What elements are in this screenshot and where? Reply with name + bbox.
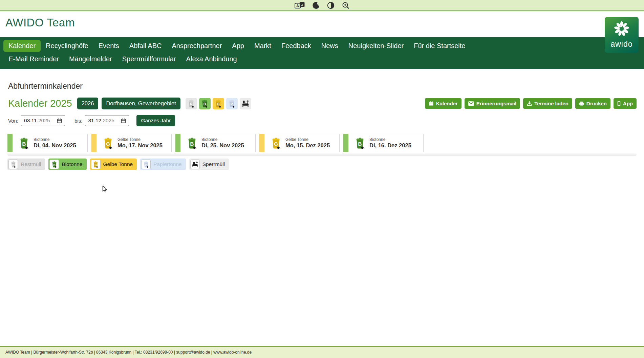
event-date: Di, 04. Nov 2025 bbox=[34, 142, 76, 149]
event-color-bar bbox=[175, 134, 180, 152]
nav-item-recyclinghoefe[interactable]: Recyclinghöfe bbox=[41, 40, 93, 52]
calendar-title: Kalender 2025 bbox=[8, 98, 72, 109]
legend-label: Papiertonne bbox=[151, 161, 185, 167]
action-label: Erinnerungsmail bbox=[476, 101, 516, 106]
nav-item-maengelmelder[interactable]: Mängelmelder bbox=[64, 53, 117, 65]
nav-item-app[interactable]: App bbox=[227, 40, 249, 52]
mail-icon bbox=[468, 101, 474, 106]
district-button[interactable]: Dorfhausen, Gewerbegebiet bbox=[102, 98, 180, 109]
action-label: App bbox=[623, 101, 633, 106]
nav-item-alexa-anbindung[interactable]: Alexa Anbindung bbox=[181, 53, 242, 65]
toggle-restmuell[interactable]: R bbox=[186, 98, 197, 109]
calendar-picker-icon[interactable] bbox=[121, 118, 126, 123]
toggle-gelbe-tonne[interactable]: G bbox=[213, 98, 224, 109]
nav-item-fuer-die-startseite[interactable]: Für die Startseite bbox=[409, 40, 470, 52]
waste-bin-icon: G bbox=[93, 161, 99, 168]
legend-gelbe-tonne[interactable]: G Gelbe Tonne bbox=[90, 159, 137, 170]
site-header: AWIDO Team awido bbox=[0, 11, 644, 37]
svg-text:A: A bbox=[296, 4, 299, 8]
svg-text:G: G bbox=[274, 141, 278, 147]
waste-bin-icon: G bbox=[103, 137, 113, 149]
printer-icon bbox=[579, 101, 584, 106]
site-footer: AWIDO Team | Bürgermeister-Wohlfarth-Str… bbox=[0, 346, 644, 358]
event-card: B Biotonne Di, 16. Dez 2025 bbox=[343, 134, 424, 152]
waste-bin-icon: B bbox=[201, 99, 208, 108]
waste-bin-icon: B bbox=[19, 137, 29, 149]
year-2026-button[interactable]: 2026 bbox=[77, 98, 99, 109]
dark-mode-icon[interactable] bbox=[312, 2, 320, 9]
action-drucken-button[interactable]: Drucken bbox=[575, 98, 610, 109]
svg-text:z: z bbox=[301, 3, 303, 6]
legend-label: Restmüll bbox=[18, 161, 44, 167]
legend-sperrmuell[interactable]: Sperrmüll bbox=[189, 159, 229, 170]
action-kalender-button[interactable]: Kalender bbox=[425, 98, 461, 109]
nav-item-kalender[interactable]: Kalender bbox=[3, 40, 41, 52]
nav-item-feedback[interactable]: Feedback bbox=[276, 40, 316, 52]
toggle-biotonne[interactable]: B bbox=[199, 98, 211, 109]
nav-item-markt[interactable]: Markt bbox=[249, 40, 276, 52]
nav-row-1: KalenderRecyclinghöfeEventsAbfall ABCAns… bbox=[3, 40, 641, 52]
svg-text:G: G bbox=[106, 141, 110, 147]
action-erinnerungsmail-button[interactable]: Erinnerungsmail bbox=[465, 98, 520, 109]
legend-restmuell[interactable]: R Restmüll bbox=[7, 159, 45, 170]
page-title: Abfuhrterminkalender bbox=[8, 82, 644, 91]
nav-item-events[interactable]: Events bbox=[93, 40, 124, 52]
from-label: Von: bbox=[8, 118, 18, 124]
footer-text: AWIDO Team | Bürgermeister-Wohlfarth-Str… bbox=[0, 347, 644, 358]
waste-bin-icon: B bbox=[187, 137, 197, 149]
nav-item-neuigkeiten-slider[interactable]: Neuigkeiten-Slider bbox=[343, 40, 409, 52]
action-app-button[interactable]: App bbox=[614, 98, 637, 109]
event-date: Mo, 17. Nov 2025 bbox=[117, 142, 163, 149]
calendar-picker-icon[interactable] bbox=[57, 118, 62, 123]
action-label: Drucken bbox=[586, 101, 607, 106]
site-title: AWIDO Team bbox=[0, 11, 644, 29]
waste-bin-icon: R bbox=[188, 99, 195, 108]
svg-text:G: G bbox=[94, 163, 97, 167]
awido-logo[interactable]: awido bbox=[605, 17, 639, 53]
legend-papiertonne-icon: P bbox=[141, 160, 151, 169]
event-color-bar bbox=[343, 134, 348, 152]
contrast-icon[interactable] bbox=[327, 2, 335, 9]
nav-row-2: E-Mail ReminderMängelmelderSperrmüllform… bbox=[3, 53, 641, 65]
legend-papiertonne[interactable]: P Papiertonne bbox=[140, 159, 186, 170]
phone-icon bbox=[617, 101, 621, 106]
download-icon bbox=[527, 101, 532, 106]
waste-type-toggles: R B G P bbox=[186, 98, 251, 109]
nav-item-sperrmuellformular[interactable]: Sperrmüllformular bbox=[117, 53, 181, 65]
action-label: Termine laden bbox=[534, 101, 568, 106]
event-card: B Biotonne Di, 25. Nov 2025 bbox=[175, 134, 256, 152]
legend-gelbe-tonne-icon: G bbox=[91, 160, 101, 169]
nav-item-abfall-abc[interactable]: Abfall ABC bbox=[124, 40, 167, 52]
event-type: Biotonne bbox=[201, 137, 244, 142]
action-termine-laden-button[interactable]: Termine laden bbox=[523, 98, 572, 109]
action-label: Kalender bbox=[436, 101, 458, 106]
full-year-button[interactable]: Ganzes Jahr bbox=[136, 115, 175, 126]
from-date-input[interactable]: 03.11.2025 bbox=[21, 115, 65, 126]
to-date-input[interactable]: 31.12.2025 bbox=[85, 115, 129, 126]
event-color-bar bbox=[7, 134, 13, 152]
waste-bin-icon: P bbox=[143, 161, 149, 168]
toggle-sperrmuell[interactable] bbox=[240, 98, 251, 109]
event-type: Biotonne bbox=[369, 137, 411, 142]
event-color-bar bbox=[91, 134, 96, 152]
nav-item-ansprechpartner[interactable]: Ansprechpartner bbox=[167, 40, 227, 52]
main-content: Abfuhrterminkalender Kalender 2025 2026 … bbox=[0, 82, 644, 170]
sofa-icon bbox=[241, 100, 250, 107]
waste-bin-icon: R bbox=[10, 161, 16, 168]
nav-item-e-mail-reminder[interactable]: E-Mail Reminder bbox=[3, 53, 64, 65]
event-card: B Biotonne Di, 04. Nov 2025 bbox=[7, 134, 88, 152]
to-date-value: 31.12.2025 bbox=[88, 118, 114, 124]
translate-icon[interactable]: A z bbox=[295, 2, 305, 9]
svg-text:B: B bbox=[358, 141, 362, 147]
event-type: Gelbe Tonne bbox=[117, 137, 163, 142]
event-date: Di, 16. Dez 2025 bbox=[369, 142, 411, 149]
horizontal-scrollbar[interactable] bbox=[7, 153, 637, 156]
legend-biotonne[interactable]: B Biotonne bbox=[48, 159, 86, 170]
event-color-bar bbox=[259, 134, 264, 152]
legend-label: Gelbe Tonne bbox=[101, 161, 136, 167]
nav-item-news[interactable]: News bbox=[316, 40, 343, 52]
toggle-papiertonne[interactable]: P bbox=[226, 98, 238, 109]
awido-flower-icon bbox=[610, 17, 634, 39]
zoom-icon[interactable] bbox=[342, 2, 349, 9]
waste-bin-icon: G bbox=[215, 99, 222, 108]
